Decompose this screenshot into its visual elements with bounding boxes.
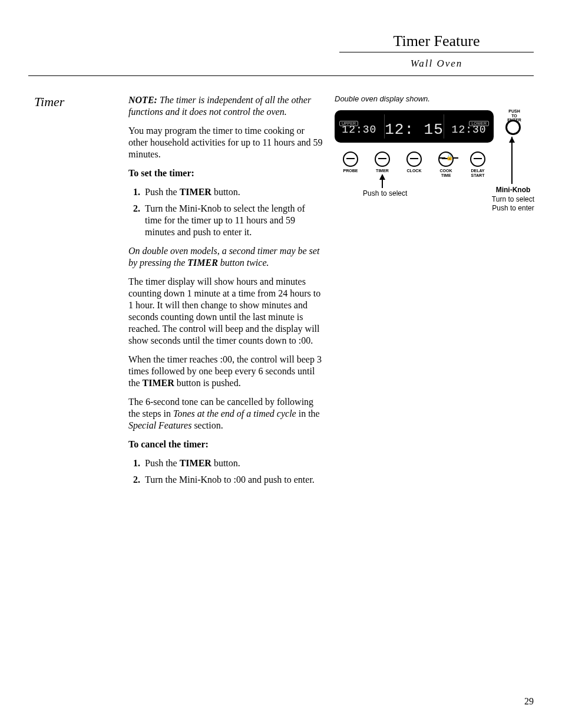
arrow-up-icon: [379, 174, 385, 180]
display-center-cell: 12: 15: [385, 115, 444, 139]
cancel-step-1: Push the TIMER button.: [143, 457, 323, 469]
clock-button: CLOCK: [402, 151, 426, 177]
header-rule-short: [339, 52, 534, 52]
knob-icon: [343, 151, 358, 167]
delay-start-button: DELAY START: [466, 151, 490, 177]
cancel-step-2: Turn the Mini-Knob to :00 and push to en…: [143, 474, 323, 486]
oven-display: UPPER 12:30 12: 15 LOWER 12:30: [335, 110, 494, 143]
knob-icon: [406, 151, 422, 167]
display-behavior-paragraph: The timer display will show hours and mi…: [128, 276, 323, 347]
double-oven-note: On double oven models, a second timer ma…: [128, 245, 323, 269]
upper-tag: UPPER: [339, 121, 358, 126]
illustration-column: Double oven display shown. UPPER 12:30 1…: [335, 94, 535, 228]
mini-knob-caption: Mini-Knob Turn to select Push to enter: [487, 186, 540, 213]
arrow-up-icon: [509, 137, 515, 143]
tone-cancel-paragraph: The 6-second tone can be cancelled by fo…: [128, 396, 323, 431]
set-timer-heading: To set the timer:: [128, 167, 323, 179]
set-step-1: Push the TIMER button.: [143, 186, 323, 198]
control-panel-diagram: UPPER 12:30 12: 15 LOWER 12:30 PUSH TO E…: [335, 110, 535, 228]
header-rule-full: [28, 75, 534, 76]
cancel-timer-heading: To cancel the timer:: [128, 439, 323, 450]
arrow-stem: [382, 180, 383, 188]
button-row: PROBE TIMER CLOCK COOK TIME DELAY START: [335, 151, 494, 177]
display-upper-cell: UPPER 12:30: [335, 118, 384, 136]
center-time: 12: 15: [385, 121, 444, 139]
beep-paragraph: When the timer reaches :00, the control …: [128, 354, 323, 389]
set-step-2: Turn the Mini-Knob to select the length …: [143, 203, 323, 238]
set-timer-steps: Push the TIMER button. Turn the Mini-Kno…: [128, 186, 323, 238]
illustration-caption: Double oven display shown.: [335, 94, 535, 103]
mini-knob-icon: [505, 120, 521, 135]
knob-icon: [470, 151, 485, 167]
note-paragraph: NOTE: The timer is independent of all th…: [128, 94, 323, 118]
link-dash: [439, 157, 445, 159]
note-label: NOTE:: [128, 95, 157, 105]
arrow-stem: [511, 137, 513, 184]
page-subtitle: Wall Oven: [339, 58, 534, 70]
section-heading-timer: Timer: [34, 94, 64, 110]
intro-paragraph: You may program the timer to time cookin…: [128, 125, 323, 160]
page-number: 29: [524, 696, 534, 707]
lower-tag: LOWER: [469, 121, 489, 126]
cancel-timer-steps: Push the TIMER button. Turn the Mini-Kno…: [128, 457, 323, 486]
body-column: NOTE: The timer is independent of all th…: [128, 94, 323, 493]
probe-button: PROBE: [339, 151, 362, 177]
link-dash: [452, 157, 458, 159]
display-lower-cell: LOWER 12:30: [444, 118, 494, 136]
push-to-select-label: Push to select: [363, 189, 407, 197]
knob-icon: [375, 151, 390, 167]
page-title: Timer Feature: [339, 32, 534, 50]
